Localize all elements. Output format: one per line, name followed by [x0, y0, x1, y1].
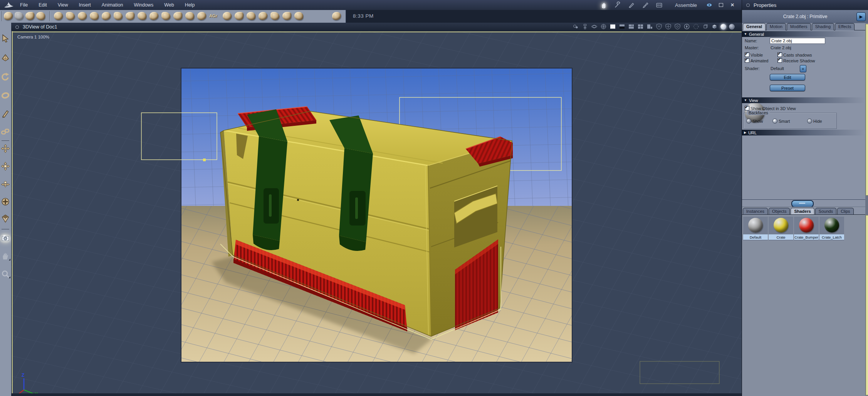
- grab-tool-icon[interactable]: [36, 12, 45, 20]
- 3d-scene[interactable]: Z X Y: [11, 31, 742, 396]
- move-cross-sphere-icon[interactable]: [1, 162, 10, 170]
- goblet-lathe-icon[interactable]: [66, 12, 75, 20]
- tab-shading[interactable]: Shading: [812, 23, 834, 30]
- layout-single-icon[interactable]: [609, 23, 616, 30]
- bush-icon[interactable]: [197, 12, 206, 20]
- layout-rows-icon[interactable]: [619, 23, 625, 30]
- animated-checkbox[interactable]: [745, 58, 749, 63]
- spheres-pair-icon[interactable]: [573, 23, 579, 30]
- text-object-icon[interactable]: [114, 12, 123, 20]
- layout-corner-icon[interactable]: [646, 23, 653, 30]
- snail-shell-icon[interactable]: [102, 12, 111, 20]
- shader-item-crate[interactable]: Crate: [769, 217, 793, 241]
- scrollbar-thumb[interactable]: [866, 215, 868, 395]
- flame-icon[interactable]: [173, 12, 182, 20]
- figure-icon[interactable]: [90, 12, 99, 20]
- shader-item-crate-latch[interactable]: Crate_Latch: [819, 217, 844, 241]
- person-icon[interactable]: [294, 12, 303, 20]
- menu-file[interactable]: File: [20, 2, 28, 8]
- link-chain-icon[interactable]: [1, 127, 10, 136]
- section-general[interactable]: ▼ General: [742, 31, 865, 37]
- shield-grid-1-icon[interactable]: [656, 23, 662, 30]
- close-icon[interactable]: ✕: [729, 2, 735, 8]
- wire-cube-icon[interactable]: [702, 23, 709, 30]
- visible-checkbox[interactable]: [745, 52, 749, 57]
- shader-dropdown-button[interactable]: »: [800, 65, 806, 72]
- nav-sphere-icon[interactable]: [1, 197, 10, 206]
- pen-tool-icon-left[interactable]: [1, 110, 10, 118]
- properties-titlebar[interactable]: Properties: [742, 0, 868, 10]
- menu-animation[interactable]: Animation: [102, 2, 123, 8]
- panel-scrollbar[interactable]: [865, 23, 868, 396]
- shader-item-default[interactable]: Default: [743, 217, 768, 241]
- pen-tool-icon[interactable]: [627, 2, 636, 8]
- scrollbar-thumb[interactable]: [866, 24, 868, 195]
- backfaces-smart-radio[interactable]: [772, 119, 777, 124]
- receive-shadow-checkbox[interactable]: [777, 58, 782, 63]
- wire-globe-icon[interactable]: [600, 23, 607, 30]
- menu-edit[interactable]: Edit: [39, 2, 47, 8]
- film-tool-icon[interactable]: [655, 2, 663, 8]
- particle-spray-icon[interactable]: [126, 12, 134, 20]
- backfaces-show-radio[interactable]: [746, 119, 751, 124]
- agr-plugin-icon[interactable]: AGr: [209, 13, 217, 22]
- panel-forward-button[interactable]: ▶: [856, 12, 866, 21]
- up-arrow-circle-icon[interactable]: [683, 23, 690, 30]
- section-url[interactable]: ▶ URL: [742, 130, 865, 135]
- comb-icon[interactable]: [247, 12, 255, 20]
- node-tree-icon[interactable]: [582, 23, 588, 30]
- shield-grid-2-icon[interactable]: [665, 23, 672, 30]
- restore-icon[interactable]: [718, 2, 724, 8]
- tab-motion[interactable]: Motion: [766, 23, 786, 30]
- name-input[interactable]: [770, 38, 825, 44]
- pebbles-icon[interactable]: [185, 12, 194, 20]
- preset-button[interactable]: Preset: [770, 85, 805, 91]
- tab-effects[interactable]: Effects: [835, 23, 855, 30]
- viewport-titlebar[interactable]: 3DView of Doc1: [11, 23, 742, 32]
- floor-snap-icon[interactable]: [1, 214, 10, 223]
- bone-tool-2-icon[interactable]: [332, 12, 341, 20]
- terrain-icon[interactable]: [138, 12, 146, 20]
- backfaces-hide-radio[interactable]: [807, 119, 812, 124]
- bone-tool-icon[interactable]: [4, 12, 13, 20]
- select-arrow-icon[interactable]: [1, 34, 10, 43]
- layout-quad-icon[interactable]: [637, 23, 644, 30]
- hand-pan-icon[interactable]: [15, 12, 24, 20]
- tab-general[interactable]: General: [743, 23, 766, 30]
- geosphere-icon[interactable]: [78, 12, 87, 20]
- textured-sphere-icon[interactable]: [729, 24, 735, 30]
- rock-icon[interactable]: [161, 12, 170, 20]
- fork-tool-icon[interactable]: [25, 12, 34, 20]
- rotate-tool-icon[interactable]: [1, 73, 10, 81]
- move-flat-cross-icon[interactable]: [1, 180, 10, 188]
- dashed-circle-icon[interactable]: [693, 23, 699, 30]
- eye-icon[interactable]: [706, 2, 712, 8]
- menu-insert[interactable]: Insert: [79, 2, 91, 8]
- viewport-canvas[interactable]: Camera 1 100%: [11, 31, 742, 396]
- section-view[interactable]: ▼ View: [742, 97, 865, 103]
- wrench-tool-icon[interactable]: [613, 2, 622, 8]
- jump-pyramid-icon[interactable]: [1, 53, 10, 62]
- seashell-icon[interactable]: [149, 12, 158, 20]
- house-icon[interactable]: [235, 12, 243, 20]
- pan-hand-icon[interactable]: [1, 252, 10, 261]
- shield-grid-3-icon[interactable]: [674, 23, 681, 30]
- shaded-sphere-icon[interactable]: [720, 24, 726, 30]
- ring-tool-icon[interactable]: [1, 91, 10, 100]
- zoom-magnifier-icon[interactable]: [1, 270, 10, 278]
- cloud-icon[interactable]: [259, 12, 267, 20]
- casts-shadows-checkbox[interactable]: [777, 52, 782, 57]
- film-reel-icon[interactable]: [223, 12, 232, 20]
- tab-modifiers[interactable]: Modifiers: [787, 23, 811, 30]
- camera-reel-icon[interactable]: [282, 12, 291, 20]
- sphere-primitive-icon[interactable]: [54, 12, 63, 20]
- show-object-checkbox[interactable]: [745, 106, 749, 110]
- shader-item-crate-bumper[interactable]: Crate_Bumper: [794, 217, 819, 241]
- solid-cube-icon[interactable]: [711, 23, 718, 30]
- brush-tool-icon[interactable]: [641, 2, 650, 8]
- properties-menu-dot-icon[interactable]: [746, 3, 750, 7]
- menu-help[interactable]: Help: [185, 2, 195, 8]
- menu-view[interactable]: View: [58, 2, 68, 8]
- move-cross-icon[interactable]: [1, 144, 10, 153]
- edit-button[interactable]: Edit: [770, 74, 805, 80]
